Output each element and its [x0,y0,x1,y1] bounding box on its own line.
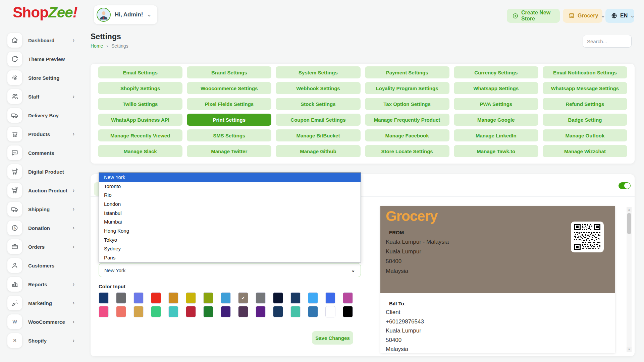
color-swatch[interactable]: ✓ [290,292,301,304]
color-swatch[interactable]: ✓ [290,306,301,317]
save-changes-button[interactable]: Save Changes [312,331,353,345]
color-swatch[interactable]: ✓ [116,306,126,317]
preview-scrollbar[interactable]: ▲ ▼ [627,207,632,352]
color-swatch[interactable]: ✓ [116,292,126,304]
sidebar-item[interactable]: Customers › [0,256,80,275]
settings-tab-button[interactable]: Manage Wizzchat [543,145,627,157]
color-swatch[interactable]: ✓ [308,292,318,304]
color-swatch[interactable]: ✓ [151,292,161,304]
color-swatch[interactable]: ✓ [325,292,335,304]
sidebar-item[interactable]: Orders › [0,237,80,256]
create-new-store-button[interactable]: Create New Store [507,9,560,23]
shopzee-logo[interactable]: ShopZee! [13,4,77,21]
settings-tab-button[interactable]: Coupon Email Settings [276,114,360,126]
sidebar-item[interactable]: Delivery Boy › [0,106,80,125]
city-select[interactable]: New York ⌄ [99,263,361,277]
settings-tab-button[interactable]: Manage Twitter [187,145,271,157]
settings-tab-button[interactable]: Badge Setting [543,114,627,126]
sidebar-item[interactable]: W WooCommerce › [0,312,80,331]
settings-tab-button[interactable]: Email Notification Settings [543,66,627,78]
color-swatch[interactable]: ✓ [343,292,353,304]
settings-tab-button[interactable]: Manage BitBucket [276,129,360,141]
city-dropdown-option[interactable]: London [99,199,361,208]
settings-tab-button[interactable]: Manage Tawk.to [454,145,538,157]
city-dropdown-option[interactable]: New York [99,173,361,182]
color-swatch[interactable]: ✓ [151,306,161,317]
settings-tab-button[interactable]: Manage Google [454,114,538,126]
color-swatch[interactable]: ✓ [203,292,213,304]
settings-tab-button[interactable]: Manage Outlook [543,129,627,141]
settings-tab-button[interactable]: Webhook Settings [276,82,360,94]
sidebar-item[interactable]: Shipping › [0,200,80,219]
color-swatch[interactable]: ✓ [168,306,178,317]
sidebar-item[interactable]: Marketing › [0,294,80,312]
search-input[interactable] [583,35,632,48]
settings-tab-button[interactable]: Manage Slack [98,145,182,157]
sidebar-item[interactable]: Digital Product › [0,162,80,181]
settings-tab-button[interactable]: Pixel Fields Settings [187,98,271,110]
color-swatch[interactable]: ✓ [273,306,283,317]
admin-profile-menu[interactable]: Hi, Admin! ⌄ [94,5,157,24]
sidebar-item[interactable]: Products › [0,125,80,143]
color-swatch[interactable]: ✓ [238,292,248,304]
sidebar-item[interactable]: Reports › [0,275,80,294]
settings-tab-button[interactable]: Tax Option Settings [365,98,449,110]
settings-tab-button[interactable]: Print Settings [187,114,271,126]
settings-tab-button[interactable]: Shopify Settings [98,82,182,94]
settings-tab-button[interactable]: Whatsapp Message Settings [543,82,627,94]
color-swatch[interactable]: ✓ [186,306,196,317]
city-dropdown-option[interactable]: Hong Kong [99,226,361,235]
settings-tab-button[interactable]: Store Locate Settings [365,145,449,157]
settings-tab-button[interactable]: Manage Frequently Product [365,114,449,126]
settings-tab-button[interactable]: Stock Settings [276,98,360,110]
settings-tab-button[interactable]: Payment Settings [365,66,449,78]
city-dropdown-option[interactable]: Sydney [99,244,361,253]
color-swatch[interactable]: ✓ [308,306,318,317]
sidebar-item[interactable]: Theme Preview › [0,50,80,68]
color-swatch[interactable]: ✓ [221,292,231,304]
settings-tab-button[interactable]: Manage Recently Viewed [98,129,182,141]
language-switcher-button[interactable]: EN ⌄ [605,9,634,23]
color-swatch[interactable]: ✓ [133,292,144,304]
color-swatch[interactable]: ✓ [325,306,335,317]
settings-tab-button[interactable]: Whatsapp Settings [454,82,538,94]
settings-tab-button[interactable]: Manage Github [276,145,360,157]
color-swatch[interactable]: ✓ [168,292,178,304]
settings-tab-button[interactable]: System Settings [276,66,360,78]
city-dropdown-option[interactable]: Toronto [99,182,361,191]
sidebar-item[interactable]: $ Donation › [0,219,80,237]
color-swatch[interactable]: ✓ [221,306,231,317]
color-swatch[interactable]: ✓ [256,306,266,317]
city-dropdown-option[interactable]: Istanbul [99,208,361,218]
color-swatch[interactable]: ✓ [256,292,266,304]
city-dropdown-option[interactable]: Rio [99,190,361,199]
scroll-down-arrow[interactable]: ▼ [627,347,632,352]
scrollbar-thumb[interactable] [627,213,631,234]
color-swatch[interactable]: ✓ [273,292,283,304]
color-swatch[interactable]: ✓ [238,306,248,317]
settings-tab-button[interactable]: Refund Settings [543,98,627,110]
sidebar-item[interactable]: Store Setting › [0,68,80,87]
city-dropdown-option[interactable]: Paris [99,253,361,262]
sidebar-item[interactable]: S Shopify › [0,331,80,350]
settings-tab-button[interactable]: Manage LinkedIn [454,129,538,141]
settings-tab-button[interactable]: Woocommerce Settings [187,82,271,94]
settings-tab-button[interactable]: Manage Facebook [365,129,449,141]
color-swatch[interactable]: ✓ [133,306,144,317]
settings-tab-button[interactable]: Twilio Settings [98,98,182,110]
sidebar-item[interactable]: Dashboard › [0,31,80,50]
color-swatch[interactable]: ✓ [186,292,196,304]
sidebar-item[interactable]: Staff › [0,87,80,106]
color-swatch[interactable]: ✓ [203,306,213,317]
settings-tab-button[interactable]: Email Settings [98,66,182,78]
city-dropdown-option[interactable]: Tokyo [99,235,361,244]
settings-tab-button[interactable]: Loyality Program Settings [365,82,449,94]
settings-tab-button[interactable]: Currency Settings [454,66,538,78]
breadcrumb-home-link[interactable]: Home [91,43,103,49]
city-dropdown-option[interactable]: Mumbai [99,218,361,227]
settings-tab-button[interactable]: WhatsApp Business API [98,114,182,126]
color-swatch[interactable]: ✓ [343,306,353,317]
scroll-up-arrow[interactable]: ▲ [627,207,632,212]
print-enabled-toggle[interactable] [619,182,631,189]
sidebar-item[interactable]: Comments › [0,143,80,162]
